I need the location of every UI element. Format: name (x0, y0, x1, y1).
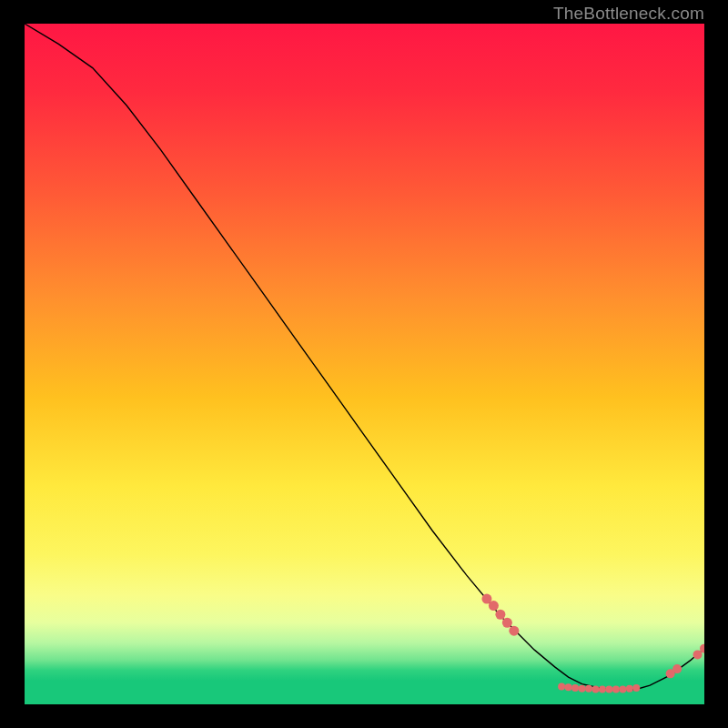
bottleneck-curve (25, 24, 704, 690)
data-marker (693, 650, 703, 659)
data-marker (571, 684, 579, 692)
marker-group (481, 594, 704, 693)
chart-stage: TheBottleneck.com (0, 0, 728, 728)
data-marker (558, 683, 565, 691)
data-marker (626, 685, 633, 693)
data-marker (585, 685, 592, 693)
data-marker (502, 618, 512, 628)
data-marker (489, 601, 499, 611)
data-marker (619, 686, 626, 693)
data-marker (612, 686, 620, 693)
data-marker (592, 686, 599, 693)
data-marker (599, 686, 606, 693)
data-marker (509, 626, 519, 636)
data-marker (565, 683, 572, 691)
data-marker (672, 664, 682, 673)
data-marker (495, 610, 505, 620)
plot-area (25, 24, 704, 704)
chart-svg (25, 24, 704, 704)
watermark-text: TheBottleneck.com (553, 4, 704, 24)
data-marker (579, 685, 586, 693)
data-marker (632, 684, 640, 692)
data-marker (605, 686, 612, 693)
